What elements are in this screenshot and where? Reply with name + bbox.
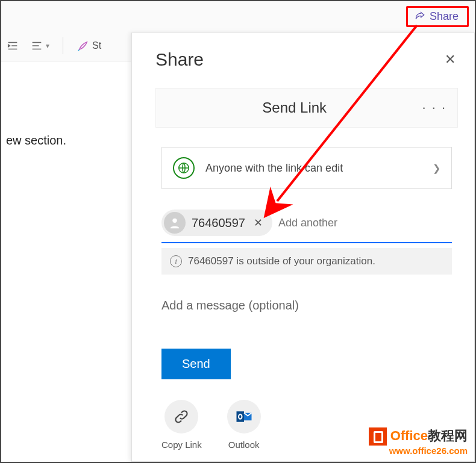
align-icon	[30, 39, 43, 52]
close-button[interactable]: ✕	[442, 49, 458, 70]
external-warning: i 76460597 is outside of your organizati…	[161, 248, 452, 275]
send-link-title: Send Link	[167, 99, 422, 116]
align-button[interactable]: ▾	[30, 39, 49, 52]
share-button[interactable]: Share	[406, 6, 469, 27]
panel-title: Share	[155, 49, 204, 70]
add-recipient-input[interactable]	[277, 213, 452, 233]
recipient-pill[interactable]: 76460597 ✕	[161, 210, 272, 236]
share-icon	[414, 11, 426, 23]
outlook-icon	[227, 400, 261, 433]
ellipsis-icon: · · ·	[422, 100, 446, 115]
panel-header: Share ✕	[155, 49, 458, 70]
info-icon: i	[170, 255, 182, 267]
send-link-header: Send Link · · ·	[155, 88, 458, 128]
indent-increase-icon	[6, 39, 19, 52]
globe-icon	[173, 157, 195, 179]
outlook-button[interactable]: Outlook	[227, 400, 261, 450]
copy-link-label: Copy Link	[161, 440, 202, 450]
outlook-label: Outlook	[228, 440, 260, 450]
svg-point-1	[172, 219, 177, 223]
avatar-placeholder-icon	[164, 212, 186, 234]
svg-rect-2	[236, 411, 244, 422]
copy-link-button[interactable]: Copy Link	[161, 400, 202, 450]
link-scope-text: Anyone with the link can edit	[205, 162, 422, 175]
close-icon: ✕	[445, 52, 456, 67]
indent-button[interactable]	[6, 39, 19, 52]
x-icon: ✕	[254, 217, 263, 229]
styles-button[interactable]: St	[77, 39, 101, 52]
link-scope-button[interactable]: Anyone with the link can edit ❯	[161, 147, 452, 189]
copy-link-icon	[164, 400, 198, 433]
styles-label: St	[92, 40, 101, 51]
recipient-name: 76460597	[192, 216, 245, 230]
message-input[interactable]: Add a message (optional)	[161, 299, 452, 312]
styles-brush-icon	[77, 39, 90, 52]
share-button-label: Share	[430, 10, 459, 23]
more-options-button[interactable]: · · ·	[422, 100, 446, 116]
chevron-right-icon: ❯	[433, 163, 440, 174]
send-button[interactable]: Send	[161, 349, 231, 379]
remove-recipient-button[interactable]: ✕	[251, 216, 265, 229]
share-panel: Share ✕ Send Link · · · Anyone with the …	[131, 33, 475, 462]
share-footer: Copy Link Outlook	[161, 400, 458, 450]
toolbar-divider	[63, 37, 63, 54]
chevron-down-icon: ▾	[46, 42, 49, 50]
app-topbar: Share	[1, 1, 475, 30]
warning-text: 76460597 is outside of your organization…	[188, 255, 375, 267]
document-text: ew section.	[6, 134, 66, 147]
recipient-row: 76460597 ✕	[161, 210, 452, 243]
